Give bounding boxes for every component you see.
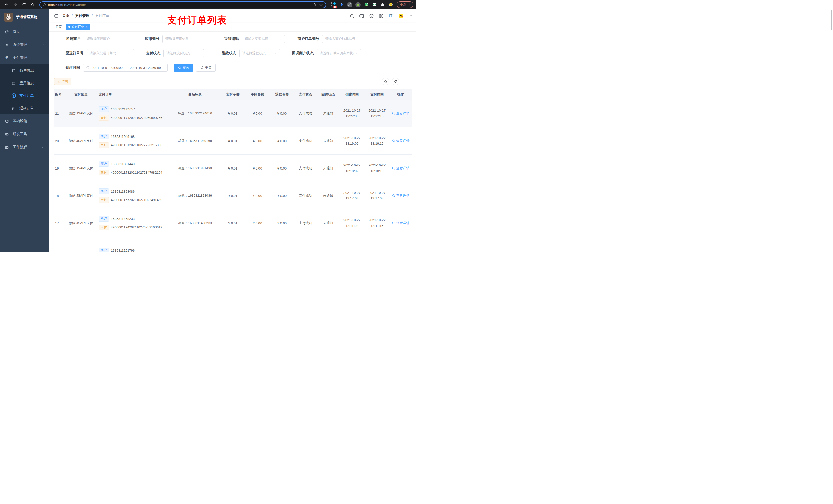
sidebar-fold-icon[interactable] (53, 13, 58, 19)
magnifier-icon (392, 112, 395, 115)
cell-channel: 微信 JSAPI 支付 (64, 139, 98, 143)
breadcrumb-payment[interactable]: 支付管理 (75, 14, 89, 18)
sidebar: 芋道管理系统 首页系统管理¥支付管理商户信息应用信息¥支付订单退款订单基础设施研… (0, 9, 49, 252)
balloon-extension-icon[interactable] (339, 2, 344, 7)
document-icon (11, 106, 16, 111)
reset-button[interactable]: 重置 (196, 64, 216, 72)
cell-fee: ¥ 0.00 (245, 194, 270, 198)
font-size-icon[interactable]: tT (388, 14, 392, 18)
browser-reload-icon[interactable] (21, 1, 27, 8)
browser-menu-kebab-icon[interactable] (408, 3, 412, 6)
search-icon (178, 66, 181, 69)
cell-notify-status: 未通知 (317, 139, 339, 143)
briefcase-icon (5, 145, 9, 149)
dot-extension-icon[interactable] (355, 2, 361, 7)
filter-select[interactable]: 请选择订单回调商户状态 (317, 49, 361, 57)
cell-channel: 微信 JSAPI 支付 (64, 111, 98, 116)
refresh-icon (200, 66, 204, 69)
y-extension-icon[interactable]: y (363, 2, 369, 7)
sidebar-item-system[interactable]: 系统管理 (0, 38, 49, 51)
user-avatar[interactable] (397, 12, 405, 20)
browser-forward-icon[interactable] (12, 1, 19, 8)
cell-action: 查看详情 (389, 193, 412, 198)
bookmark-star-icon[interactable] (319, 3, 323, 7)
show-search-toggle-button[interactable] (382, 78, 389, 85)
view-detail-link[interactable]: 查看详情 (392, 166, 410, 171)
magnifier-icon (392, 139, 395, 142)
sidebar-item-pay-order[interactable]: ¥支付订单 (0, 89, 49, 102)
sidebar-item-infrastructure[interactable]: 基础设施 (0, 115, 49, 127)
view-detail-link[interactable]: 查看详情 (392, 111, 410, 116)
cell-action: 查看详情 (389, 139, 412, 143)
sidebar-item-home[interactable]: 首页 (0, 25, 49, 38)
column-header: 支付订单 (98, 92, 169, 97)
sidebar-item-workflow[interactable]: 工作流程 (0, 141, 49, 154)
search-button[interactable]: 搜索 (174, 64, 193, 72)
address-bar[interactable]: localhost:1024/pay/order (40, 1, 326, 8)
merchant-order-no: 1635312124657 (111, 107, 135, 111)
yen-circle-icon: ¥ (11, 94, 16, 98)
filter-input[interactable]: 请选择所属商户 (84, 35, 129, 43)
app-logo-row[interactable]: 芋道管理系统 (0, 9, 49, 25)
column-header: 回调状态 (317, 92, 339, 97)
sidebar-item-refund-order[interactable]: 退款订单 (0, 102, 49, 115)
site-info-icon[interactable] (43, 3, 46, 6)
tab-home[interactable]: 首页 (53, 24, 64, 30)
filter-input[interactable]: 请输入渠道订单号 (87, 49, 134, 57)
cell-create-time: 2021-10-2713:19:09 (339, 135, 364, 146)
date-range-picker[interactable]: 2021-10-01 00:00:00-2021-10-31 23:59:59 (83, 64, 168, 72)
chat-extension-icon[interactable] (372, 2, 377, 7)
view-detail-link[interactable]: 查看详情 (392, 221, 410, 225)
cell-amount: ¥ 0.01 (220, 166, 245, 170)
emoji-profile-icon[interactable] (388, 2, 394, 7)
view-detail-link[interactable]: 查看详情 (392, 193, 410, 198)
filter-select[interactable]: 请输入渠道编码 (242, 35, 285, 43)
sidebar-item-merchant-info[interactable]: 商户信息 (0, 64, 49, 77)
cell-create-time: 2021-10-2713:11:08 (339, 217, 364, 229)
tray-extension-icon[interactable]: 10 (331, 2, 336, 7)
browser-back-icon[interactable] (3, 1, 10, 8)
filter-select[interactable]: 请选择退款状态 (239, 49, 280, 57)
cell-action: 查看详情 (389, 166, 412, 171)
browser-update-button[interactable]: 更新 (397, 1, 413, 8)
breadcrumb-home[interactable]: 首页 (62, 14, 69, 18)
filter-select[interactable]: 请选择支付状态 (163, 49, 204, 57)
chevron-down-icon (41, 133, 44, 136)
sidebar-item-app-info[interactable]: 应用信息 (0, 77, 49, 89)
column-header: 支付金额 (220, 92, 245, 97)
cell-pay-order: 商户1635312124657支付42000011742021102780605… (98, 106, 169, 120)
cell-action: 查看详情 (389, 221, 412, 225)
filter-label: 所属商户 (66, 37, 80, 41)
filter-input[interactable]: 请输入商户订单编号 (322, 35, 370, 43)
filter-field-支付状态: 支付状态请选择支付状态 (146, 49, 204, 57)
help-icon[interactable] (369, 14, 374, 19)
cell-amount: ¥ 0.01 (220, 221, 245, 225)
share-icon[interactable] (312, 3, 316, 7)
filter-field-渠道订单号: 渠道订单号请输入渠道订单号 (66, 49, 134, 57)
header-search-icon[interactable] (350, 14, 355, 19)
merchant-tag: 商户 (99, 106, 109, 112)
channel-order-no: 4200001167202110271022491439 (111, 198, 162, 202)
tab-pay-order[interactable]: 支付订单 × (66, 24, 90, 30)
puzzle-extensions-icon[interactable] (380, 2, 385, 7)
browser-home-icon[interactable] (29, 1, 36, 8)
cell-notify-status: 未通知 (317, 166, 339, 171)
command-extension-icon[interactable] (347, 2, 353, 7)
table-row: 18微信 JSAPI 支付商户1635311823086支付4200001167… (54, 182, 412, 210)
extension-bar: 10 y (331, 2, 394, 7)
filter-field-退款状态: 退款状态请选择退款状态 (222, 49, 280, 57)
filter-label: 渠道订单号 (66, 51, 84, 55)
view-detail-link[interactable]: 查看详情 (392, 139, 410, 143)
avatar-caret-icon[interactable] (410, 15, 412, 17)
refresh-table-button[interactable] (392, 78, 399, 85)
export-button[interactable]: 导出 (54, 78, 71, 85)
sidebar-menu: 首页系统管理¥支付管理商户信息应用信息¥支付订单退款订单基础设施研发工具工作流程 (0, 25, 49, 154)
tab-close-icon[interactable]: × (86, 25, 87, 28)
browser-chrome: localhost:1024/pay/order 10 y 更新 (0, 0, 416, 9)
header-actions: tT (350, 12, 412, 20)
github-icon[interactable] (359, 14, 364, 19)
filter-select[interactable]: 请选择应用信息 (162, 35, 208, 43)
fullscreen-icon[interactable] (379, 14, 384, 19)
sidebar-item-payment[interactable]: ¥支付管理 (0, 51, 49, 64)
sidebar-item-dev-tools[interactable]: 研发工具 (0, 127, 49, 141)
